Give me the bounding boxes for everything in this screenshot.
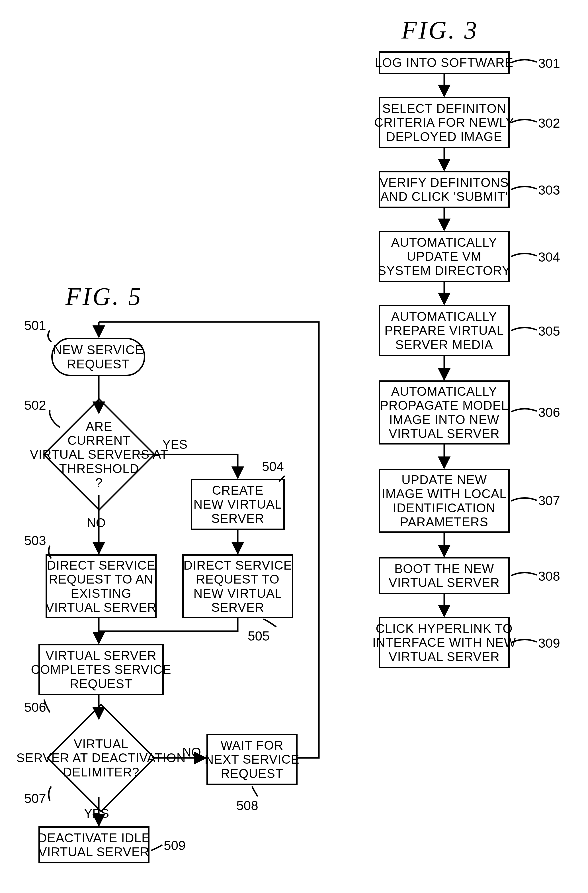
fig3-ref-306: 306 xyxy=(538,404,560,420)
fig3-step-304: AUTOMATICALLY UPDATE VM SYSTEM DIRECTORY xyxy=(379,231,510,282)
fig5-label-yes-502: YES xyxy=(162,437,188,452)
fig5-ref-508: 508 xyxy=(236,798,258,813)
fig3-ref-302: 302 xyxy=(538,116,560,131)
fig5-node-501: NEW SERVICE REQUEST xyxy=(51,338,145,376)
fig3-ref-308: 308 xyxy=(538,568,560,584)
fig3-ref-301: 301 xyxy=(538,56,560,71)
fig5-ref-506: 506 xyxy=(24,699,46,715)
page: FIG. 3 LOG INTO SOFTWARE SELECT DEFINITO… xyxy=(0,0,588,893)
fig5-ref-501: 501 xyxy=(24,318,46,333)
fig3-ref-303: 303 xyxy=(538,182,560,198)
fig3-step-303: VERIFY DEFINITONS AND CLICK 'SUBMIT' xyxy=(379,171,510,208)
fig5-node-502: ARE CURRENT VIRTUAL SERVERS AT THRESHOLD… xyxy=(42,397,156,511)
fig5-node-507: VIRTUAL SERVER AT DEACTIVATION DELIMITER… xyxy=(26,711,177,805)
fig5-node-505: DIRECT SERVICE REQUEST TO NEW VIRTUAL SE… xyxy=(182,554,293,618)
fig3-step-301: LOG INTO SOFTWARE xyxy=(379,51,510,74)
fig3-ref-307: 307 xyxy=(538,493,560,508)
fig3-step-309: CLICK HYPERLINK TO INTERFACE WITH NEW VI… xyxy=(379,617,510,668)
fig5-node-504: CREATE NEW VIRTUAL SERVER xyxy=(191,479,285,530)
fig5-ref-504: 504 xyxy=(262,459,284,474)
fig5-node-503: DIRECT SERVICE REQUEST TO AN EXISTING VI… xyxy=(45,554,157,618)
fig5-label-no-507: NO xyxy=(182,745,201,759)
fig5-ref-507: 507 xyxy=(24,791,46,806)
fig5-ref-509: 509 xyxy=(164,838,186,853)
fig5-ref-503: 503 xyxy=(24,533,46,548)
fig3-step-306: AUTOMATICALLY PROPAGATE MODEL IMAGE INTO… xyxy=(379,380,510,445)
fig5-node-509: DEACTIVATE IDLE VIRTUAL SERVER xyxy=(39,826,150,863)
fig3-step-305: AUTOMATICALLY PREPARE VIRTUAL SERVER MED… xyxy=(379,305,510,356)
fig3-title: FIG. 3 xyxy=(402,16,478,44)
fig3-ref-309: 309 xyxy=(538,635,560,651)
fig3-step-302: SELECT DEFINITON CRITERIA FOR NEWLY DEPL… xyxy=(379,97,510,148)
fig5-node-508: WAIT FOR NEXT SERVICE REQUEST xyxy=(207,734,297,785)
fig3-step-308: BOOT THE NEW VIRTUAL SERVER xyxy=(379,557,510,594)
fig5-ref-502: 502 xyxy=(24,397,46,413)
fig3-ref-304: 304 xyxy=(538,249,560,265)
fig5-title: FIG. 5 xyxy=(66,282,142,311)
fig5-label-no-502: NO xyxy=(87,516,106,530)
fig3-step-307: UPDATE NEW IMAGE WITH LOCAL IDENTIFICATI… xyxy=(379,469,510,533)
fig5-label-yes-507: YES xyxy=(84,806,109,821)
fig5-node-506: VIRTUAL SERVER COMPLETES SERVICE REQUEST xyxy=(39,644,164,695)
fig3-ref-305: 305 xyxy=(538,323,560,339)
fig5-ref-505: 505 xyxy=(248,628,270,644)
